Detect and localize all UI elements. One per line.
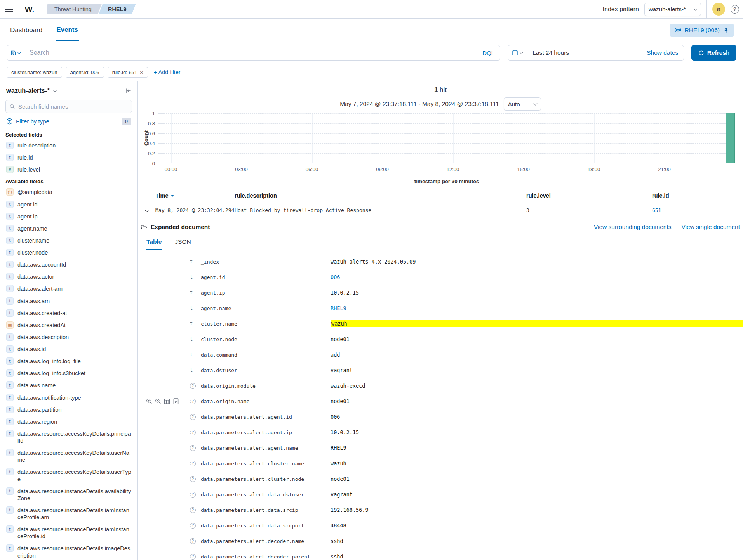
x-tick: 03:00 xyxy=(235,166,248,172)
tab-dashboard[interactable]: Dashboard xyxy=(9,19,43,41)
field-list-item[interactable]: t cluster.node xyxy=(5,246,132,258)
field-list-item[interactable]: t data.aws.accountId xyxy=(5,258,132,270)
field-type-icon: t xyxy=(6,418,14,425)
field-list-item[interactable]: t agent.id xyxy=(5,198,132,210)
hits-label: hit xyxy=(440,86,447,94)
show-dates-link[interactable]: Show dates xyxy=(647,49,684,56)
filter-for-value-icon[interactable] xyxy=(146,398,153,405)
chevron-down-icon xyxy=(533,102,537,106)
field-name: data.aws.resource.instanceDetails.availa… xyxy=(17,487,131,502)
breadcrumb-threat-hunting[interactable]: Threat Hunting xyxy=(47,4,102,14)
toggle-column-icon[interactable] xyxy=(164,398,171,405)
field-list-item[interactable]: t data.aws.log_info.log_file xyxy=(5,355,132,367)
field-name: data.aws.resource.accessKeyDetails.userN… xyxy=(17,449,131,463)
document-field-name: cluster.name xyxy=(201,321,331,327)
sort-desc-icon[interactable] xyxy=(171,195,174,197)
field-type-icon: ? xyxy=(190,399,196,404)
query-language-button[interactable]: DQL xyxy=(477,50,500,56)
event-rule-id-link[interactable]: 651 xyxy=(652,207,743,213)
field-list-item[interactable]: t data.aws.resource.accessKeyDetails.use… xyxy=(5,466,132,485)
filter-field-present-icon[interactable] xyxy=(172,398,179,405)
column-time[interactable]: Time xyxy=(155,192,235,199)
divider xyxy=(706,0,707,18)
field-list-item[interactable]: t data.aws.resource.instanceDetails.avai… xyxy=(5,485,132,504)
filter-pill[interactable]: rule.id: 651 × xyxy=(108,67,148,78)
refresh-button[interactable]: Refresh xyxy=(691,45,736,61)
filter-pill[interactable]: cluster.name: wazuh xyxy=(7,67,62,78)
field-list-item[interactable]: t data.aws.arn xyxy=(5,295,132,307)
field-list-item[interactable]: t data.aws.description xyxy=(5,331,132,343)
filter-pill[interactable]: agent.id: 006 xyxy=(66,67,104,78)
field-list-item[interactable]: t data.aws.resource.accessKeyDetails.pri… xyxy=(5,428,132,447)
time-range-value[interactable]: Last 24 hours xyxy=(527,49,574,56)
document-field-row: ? data.parameters.alert.decoder.name ssh… xyxy=(138,533,743,549)
interval-select[interactable]: Auto xyxy=(504,97,541,111)
quick-select-button[interactable] xyxy=(508,45,527,60)
field-search-input[interactable] xyxy=(18,103,128,110)
field-list-item[interactable]: t data.aws.resource.instanceDetails.iamI… xyxy=(5,504,132,523)
sidebar-index-pattern[interactable]: wazuh-alerts-* xyxy=(6,87,50,94)
field-type-icon: t xyxy=(6,154,14,161)
field-list-item[interactable]: t data.aws.partition xyxy=(5,404,132,416)
field-list-item[interactable]: t data.aws.actor xyxy=(5,270,132,283)
field-list-item[interactable]: t data.aws.id xyxy=(5,343,132,355)
field-name: data.aws.created-at xyxy=(17,309,67,317)
document-field-name: data.parameters.alert.data.srcport xyxy=(201,523,331,529)
field-list-item[interactable]: t cluster.name xyxy=(5,234,132,246)
field-list-item[interactable]: t data.aws.log_info.s3bucket xyxy=(5,367,132,379)
view-single-document-link[interactable]: View single document xyxy=(682,224,740,231)
field-list-item[interactable]: t agent.ip xyxy=(5,210,132,222)
field-list-item[interactable]: # rule.level xyxy=(5,163,132,175)
filter-by-type-link[interactable]: Filter by type xyxy=(16,118,49,125)
add-filter-link[interactable]: + Add filter xyxy=(154,69,181,75)
breadcrumb: Threat Hunting RHEL9 xyxy=(47,4,136,14)
field-list-item[interactable]: t rule.id xyxy=(5,151,132,163)
index-pattern-select[interactable]: wazuh-alerts-* xyxy=(644,3,701,16)
gridline xyxy=(312,113,313,163)
column-rule-description[interactable]: rule.description xyxy=(235,192,526,199)
field-name: data.aws.resource.accessKeyDetails.princ… xyxy=(17,430,131,444)
tab-table[interactable]: Table xyxy=(146,238,162,250)
search-input[interactable] xyxy=(24,49,477,56)
hits-number: 1 xyxy=(434,86,438,94)
column-rule-id[interactable]: rule.id xyxy=(652,192,743,199)
menu-button[interactable] xyxy=(0,0,18,18)
breadcrumb-agent[interactable]: RHEL9 xyxy=(99,4,136,14)
field-list-item[interactable]: t data.aws.resource.accessKeyDetails.use… xyxy=(5,447,132,466)
field-list-item[interactable]: t data.aws.created-at xyxy=(5,307,132,319)
fields-sidebar: wazuh-alerts-* Filter by type 0 Selected… xyxy=(0,81,138,560)
expand-row-icon[interactable] xyxy=(144,208,149,212)
column-rule-level[interactable]: rule.level xyxy=(526,192,652,199)
histogram-bar[interactable] xyxy=(726,113,735,163)
selected-fields-heading: Selected fields xyxy=(5,129,132,139)
agent-pinned-badge[interactable]: RHEL9 (006) xyxy=(670,24,734,37)
field-type-icon: t xyxy=(6,506,14,514)
document-field-row: t data.command add xyxy=(138,347,743,362)
field-list-item[interactable]: t rule.description xyxy=(5,139,132,151)
field-list-item[interactable]: t data.aws.resource.instanceDetails.iamI… xyxy=(5,523,132,542)
field-list-item[interactable]: t data.aws.region xyxy=(5,416,132,428)
tab-events[interactable]: Events xyxy=(56,19,79,41)
tab-json[interactable]: JSON xyxy=(175,238,191,250)
wazuh-logo[interactable]: W. xyxy=(18,5,41,14)
help-icon[interactable]: ? xyxy=(731,5,739,14)
document-field-row: t agent.id 006 xyxy=(138,269,743,285)
field-name: data.aws.arn xyxy=(17,297,50,305)
field-list-item[interactable]: t data.aws.name xyxy=(5,379,132,391)
pin-icon[interactable] xyxy=(723,27,729,33)
saved-queries-button[interactable] xyxy=(7,45,24,60)
remove-filter-icon[interactable]: × xyxy=(140,69,143,76)
field-name: agent.name xyxy=(17,225,47,232)
field-list-item[interactable]: ▦ data.aws.createdAt xyxy=(5,319,132,331)
field-list-item[interactable]: ◷ @sampledata xyxy=(5,186,132,198)
view-surrounding-documents-link[interactable]: View surrounding documents xyxy=(594,224,672,231)
avatar[interactable]: a xyxy=(712,3,725,16)
field-list-item[interactable]: t data.aws.alert-arn xyxy=(5,283,132,295)
collapse-sidebar-icon[interactable] xyxy=(125,88,131,94)
field-list-item[interactable]: t data.aws.resource.instanceDetails.imag… xyxy=(5,542,132,560)
available-fields-list: ◷ @sampledata t agent.id t agent.ip t ag… xyxy=(5,186,132,560)
filter-out-value-icon[interactable] xyxy=(155,398,162,405)
field-list-item[interactable]: t agent.name xyxy=(5,222,132,234)
document-field-value: 48448 xyxy=(331,522,743,529)
field-list-item[interactable]: t data.aws.notification-type xyxy=(5,392,132,404)
